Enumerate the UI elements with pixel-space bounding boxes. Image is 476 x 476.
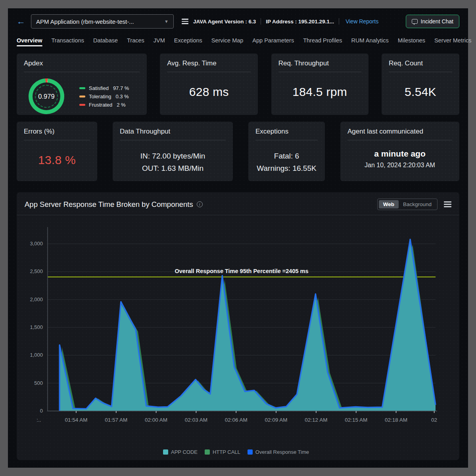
exceptions-title: Exceptions — [255, 128, 318, 136]
data-throughput-values: IN: 72.00 bytes/Min OUT: 1.63 MB/Min — [120, 150, 226, 175]
card-divider — [389, 72, 452, 72]
legend-label: Frustrated — [89, 102, 112, 108]
card-divider — [167, 72, 251, 72]
response-time-panel: App Server Response Time Broken by Compo… — [17, 192, 459, 460]
agent-last-communicated-title: Agent last communicated — [347, 128, 452, 136]
apdex-legend-tolerating: Tolerating 0.3 % — [79, 94, 129, 99]
card-divider — [24, 140, 90, 140]
svg-text:02: 02 — [431, 417, 437, 423]
legend-value: 2 % — [117, 102, 125, 108]
apdex-card: Apdex 0.979 Satisfied 97.7 % Tolerating … — [17, 54, 147, 115]
tab-transactions[interactable]: Transactions — [52, 37, 84, 48]
menu-icon[interactable] — [182, 19, 188, 24]
tab-exceptions[interactable]: Exceptions — [174, 37, 202, 48]
response-chart: 05001,0001,5002,0002,5003,000Overall Res… — [20, 218, 456, 447]
card-divider — [24, 72, 140, 72]
series-app-code — [60, 242, 436, 411]
agent-last-communicated-card: Agent last communicated a minute ago Jan… — [340, 122, 459, 181]
exceptions-card: Exceptions Fatal: 6 Warnings: 16.55K — [248, 122, 325, 181]
legend-label: Satisfied — [89, 85, 109, 91]
tab-overview[interactable]: Overview — [17, 37, 42, 48]
card-divider — [278, 72, 361, 72]
separator — [261, 18, 261, 25]
svg-text:500: 500 — [34, 380, 43, 386]
avg-resp-time-title: Avg. Resp. Time — [167, 59, 251, 67]
exceptions-values: Fatal: 6 Warnings: 16.55K — [255, 150, 318, 175]
tab-jvm[interactable]: JVM — [154, 37, 165, 48]
info-icon[interactable]: i — [197, 201, 203, 207]
toggle-background[interactable]: Background — [399, 200, 436, 208]
apdex-value: 0.979 — [35, 85, 58, 108]
errors-card: Errors (%) 13.8 % — [17, 122, 97, 181]
legend-label: APP CODE — [171, 449, 198, 455]
data-throughput-in: IN: 72.00 bytes/Min — [120, 150, 226, 162]
kpi-cards-row-1: Apdex 0.979 Satisfied 97.7 % Tolerating … — [17, 54, 459, 115]
tab-bar: OverviewTransactionsDatabaseTracesJVMExc… — [17, 33, 459, 48]
svg-text:02:06 AM: 02:06 AM — [225, 417, 248, 423]
panel-header: App Server Response Time Broken by Compo… — [17, 192, 459, 215]
svg-text:01:57 AM: 01:57 AM — [105, 417, 127, 423]
top-bar: ← APM Application (rbm-website-test-... … — [17, 10, 459, 33]
legend-value: 97.7 % — [113, 85, 129, 91]
chart-legend-http-call[interactable]: HTTP CALL — [205, 449, 240, 455]
chat-icon: ··· — [412, 19, 418, 24]
legend-swatch — [205, 449, 210, 455]
errors-title: Errors (%) — [24, 128, 90, 136]
legend-swatch — [79, 87, 85, 89]
chart-menu-icon[interactable] — [444, 201, 451, 207]
svg-text:0: 0 — [40, 408, 43, 414]
tab-thread-profiles[interactable]: Thread Profiles — [303, 37, 342, 48]
avg-resp-time-value: 628 ms — [167, 85, 251, 99]
data-throughput-card: Data Throughput IN: 72.00 bytes/Min OUT:… — [113, 122, 233, 181]
view-reports-link[interactable]: View Reports — [345, 18, 378, 25]
svg-text:02:18 AM: 02:18 AM — [385, 417, 407, 423]
legend-swatch — [163, 449, 168, 455]
separator — [339, 18, 339, 25]
req-throughput-card: Req. Throughput 184.5 rpm — [271, 54, 369, 115]
svg-text:3,000: 3,000 — [30, 241, 43, 247]
chart-legend-app-code[interactable]: APP CODE — [163, 449, 198, 455]
svg-text:02:09 AM: 02:09 AM — [265, 417, 288, 423]
ip-address-text: IP Address : 195.201.29.1... — [266, 19, 334, 25]
svg-text:02:15 AM: 02:15 AM — [345, 417, 367, 423]
req-throughput-value: 184.5 rpm — [278, 85, 361, 99]
tab-app-parameters[interactable]: App Parameters — [252, 37, 294, 48]
svg-text:02:00 AM: 02:00 AM — [145, 417, 167, 423]
card-divider — [347, 140, 452, 140]
req-throughput-title: Req. Throughput — [278, 59, 361, 67]
data-throughput-out: OUT: 1.63 MB/Min — [120, 162, 226, 174]
top-bar-meta: JAVA Agent Version : 6.3 IP Address : 19… — [182, 15, 459, 28]
legend-swatch — [79, 96, 85, 97]
chevron-down-icon: ▼ — [164, 19, 169, 24]
panel-controls: WebBackground — [377, 199, 451, 210]
legend-label: Tolerating — [89, 94, 111, 99]
x-axis-ticks: :..01:54 AM01:57 AM02:00 AM02:03 AM02:06… — [36, 411, 437, 423]
legend-swatch — [248, 449, 253, 455]
tab-traces[interactable]: Traces — [127, 37, 144, 48]
svg-text:2,500: 2,500 — [30, 268, 43, 274]
chart-legend-overall-response-time[interactable]: Overall Response Time — [248, 449, 309, 455]
apdex-legend-satisfied: Satisfied 97.7 % — [79, 85, 129, 91]
svg-text:02:03 AM: 02:03 AM — [185, 417, 207, 423]
tab-rum-analytics[interactable]: RUM Analytics — [351, 37, 388, 48]
tab-server-metrics[interactable]: Server Metrics — [434, 37, 471, 48]
exceptions-fatal: Fatal: 6 — [255, 150, 318, 162]
toggle-web[interactable]: Web — [379, 200, 399, 208]
apdex-legend: Satisfied 97.7 % Tolerating 0.3 % Frustr… — [79, 85, 129, 108]
svg-text:1,500: 1,500 — [30, 324, 43, 330]
errors-value: 13.8 % — [24, 153, 90, 167]
tab-service-map[interactable]: Service Map — [211, 37, 244, 48]
incident-chat-button[interactable]: ··· Incident Chat — [406, 15, 460, 28]
apdex-legend-frustrated: Frustrated 2 % — [79, 102, 129, 108]
application-selector-dropdown[interactable]: APM Application (rbm-website-test-... ▼ — [31, 14, 174, 29]
legend-label: Overall Response Time — [255, 449, 309, 455]
web-background-toggle: WebBackground — [377, 199, 438, 210]
tab-milestones[interactable]: Milestones — [398, 37, 425, 48]
svg-text:2,000: 2,000 — [30, 296, 43, 302]
card-divider — [255, 140, 318, 140]
apdex-card-title: Apdex — [24, 59, 140, 67]
back-arrow-icon[interactable]: ← — [17, 17, 25, 26]
tab-database[interactable]: Database — [93, 37, 118, 48]
data-throughput-title: Data Throughput — [120, 128, 226, 136]
app-window: ← APM Application (rbm-website-test-... … — [8, 8, 468, 468]
